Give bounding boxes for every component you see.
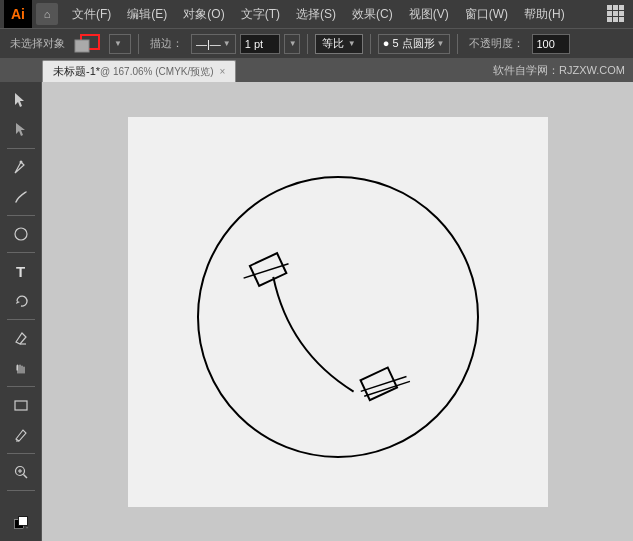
rectangle-tool[interactable] [7,391,35,419]
sep2 [307,34,308,54]
brush-preset-dropdown[interactable]: ● 5 点圆形 ▼ [378,34,450,54]
no-selection-label: 未选择对象 [6,36,69,51]
ellipse-tool[interactable] [7,220,35,248]
menu-view[interactable]: 视图(V) [401,0,457,28]
dropdown-arrow5: ▼ [437,39,445,48]
main-area: T ↔ [0,82,633,541]
stroke-label: 描边： [146,36,187,51]
dropdown-arrow: ▼ [114,39,122,48]
tool-sep-4 [7,319,35,320]
svg-rect-14 [18,517,27,526]
toolbar: 未选择对象 ▼ 描边： —|— ▼ ▼ 等比 ▼ ● 5 点圆形 ▼ 不透明度： [0,28,633,58]
rotate-tool[interactable] [7,287,35,315]
color-fill-indicator[interactable]: ↔ [7,509,35,537]
tab-title: 未标题-1*@ 167.06% (CMYK/预览) [53,64,214,79]
pen-tool[interactable] [7,153,35,181]
selection-tool[interactable] [7,86,35,114]
menu-effect[interactable]: 效果(C) [344,0,401,28]
tool-sep-1 [7,148,35,149]
svg-marker-2 [15,93,24,107]
toolbox: T ↔ [0,82,42,541]
svg-point-5 [15,228,27,240]
brush-preset-label: ● 5 点圆形 [383,36,435,51]
color-mode-dropdown[interactable]: ▼ [109,34,131,54]
canvas-area [42,82,633,541]
direct-selection-tool[interactable] [7,116,35,144]
sep1 [138,34,139,54]
svg-line-10 [23,475,27,479]
menu-file[interactable]: 文件(F) [64,0,119,28]
brush-tool[interactable] [7,183,35,211]
dropdown-arrow3: ▼ [289,39,297,48]
pencil-tool[interactable] [7,421,35,449]
ai-logo: Ai [4,0,32,28]
document-tab[interactable]: 未标题-1*@ 167.06% (CMYK/预览) × [42,60,236,82]
menu-items: 文件(F) 编辑(E) 对象(O) 文字(T) 选择(S) 效果(C) 视图(V… [64,0,573,28]
tool-sep-6 [7,453,35,454]
opacity-input[interactable] [532,34,570,54]
stroke-style-label: 等比 [322,36,344,51]
menu-select[interactable]: 选择(S) [288,0,344,28]
stroke-width-input[interactable] [240,34,280,54]
artwork-svg [128,117,548,507]
tab-close-button[interactable]: × [220,66,226,77]
artboard [128,117,548,507]
menu-object[interactable]: 对象(O) [175,0,232,28]
svg-text:↔: ↔ [25,525,29,530]
stroke-style-preview[interactable]: 等比 ▼ [315,34,363,54]
svg-point-4 [19,161,22,164]
stroke-align-dropdown[interactable]: —|— ▼ [191,34,236,54]
menu-type[interactable]: 文字(T) [233,0,288,28]
stroke-unit-dropdown[interactable]: ▼ [284,34,300,54]
stroke-align-icon: —|— [196,38,221,50]
tool-sep-5 [7,386,35,387]
menu-window[interactable]: 窗口(W) [457,0,516,28]
site-label: 软件自学网：RJZXW.COM [493,58,625,82]
type-tool[interactable]: T [7,257,35,285]
fill-color-box[interactable] [73,33,105,55]
home-icon[interactable]: ⌂ [36,3,58,25]
svg-marker-3 [16,123,25,136]
menu-help[interactable]: 帮助(H) [516,0,573,28]
tool-sep-3 [7,252,35,253]
zoom-tool[interactable] [7,458,35,486]
opacity-label: 不透明度： [465,36,528,51]
tool-sep-2 [7,215,35,216]
menu-right [607,5,629,23]
workspace-switcher-icon[interactable] [607,5,625,23]
menu-edit[interactable]: 编辑(E) [119,0,175,28]
sep4 [457,34,458,54]
svg-point-16 [198,177,478,457]
dropdown-arrow2: ▼ [223,39,231,48]
sep3 [370,34,371,54]
tool-sep-7 [7,490,35,491]
dropdown-arrow4: ▼ [348,39,356,48]
hand-tool[interactable] [7,354,35,382]
eraser-tool[interactable] [7,324,35,352]
menu-bar: Ai ⌂ 文件(F) 编辑(E) 对象(O) 文字(T) 选择(S) 效果(C)… [0,0,633,28]
svg-rect-7 [15,401,27,410]
tab-bar: 未标题-1*@ 167.06% (CMYK/预览) × 软件自学网：RJZXW.… [0,58,633,82]
svg-rect-1 [75,40,89,52]
